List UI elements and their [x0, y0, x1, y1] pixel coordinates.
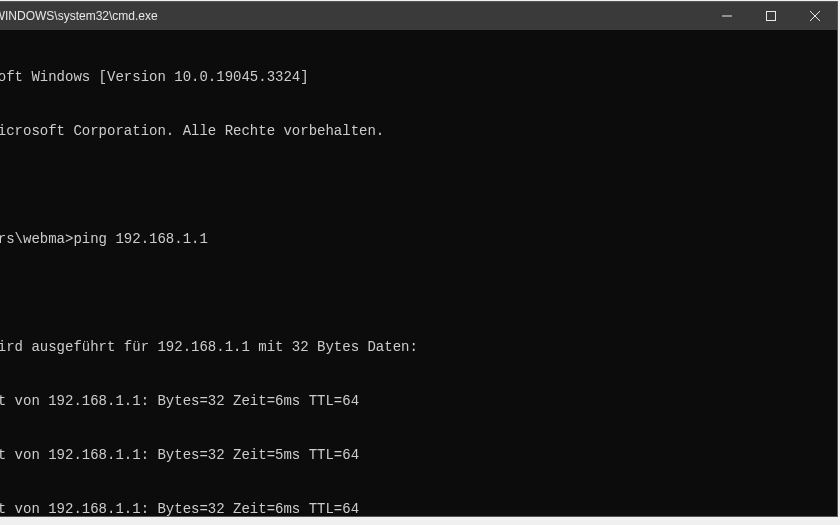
window-title: :\WINDOWS\system32\cmd.exe: [0, 9, 158, 23]
output-line: ort von 192.168.1.1: Bytes=32 Zeit=5ms T…: [0, 446, 837, 464]
output-line: [0, 284, 837, 302]
prompt-line: sers\webma>ping 192.168.1.1: [0, 230, 837, 248]
output-line: ort von 192.168.1.1: Bytes=32 Zeit=6ms T…: [0, 392, 837, 410]
titlebar-left: :\WINDOWS\system32\cmd.exe: [0, 9, 158, 23]
terminal-output[interactable]: osoft Windows [Version 10.0.19045.3324] …: [0, 30, 837, 516]
maximize-icon: [766, 11, 776, 21]
minimize-button[interactable]: [705, 2, 749, 30]
output-line: Microsoft Corporation. Alle Rechte vorbe…: [0, 122, 837, 140]
window-controls: [705, 2, 837, 30]
maximize-button[interactable]: [749, 2, 793, 30]
output-line: [0, 176, 837, 194]
output-line: ort von 192.168.1.1: Bytes=32 Zeit=6ms T…: [0, 500, 837, 516]
close-button[interactable]: [793, 2, 837, 30]
output-line: osoft Windows [Version 10.0.19045.3324]: [0, 68, 837, 86]
minimize-icon: [722, 11, 732, 21]
close-icon: [810, 11, 820, 21]
cmd-window: :\WINDOWS\system32\cmd.exe osoft Windows…: [0, 1, 838, 517]
titlebar[interactable]: :\WINDOWS\system32\cmd.exe: [0, 2, 837, 30]
svg-rect-1: [767, 12, 776, 21]
output-line: wird ausgeführt für 192.168.1.1 mit 32 B…: [0, 338, 837, 356]
